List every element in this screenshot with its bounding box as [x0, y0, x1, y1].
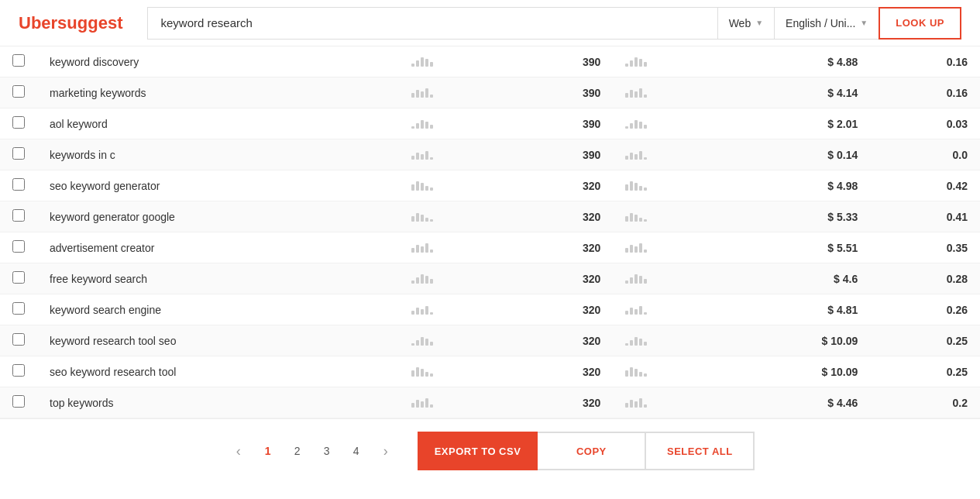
vol-cell: 320 — [511, 387, 613, 418]
trend-cell-2 — [613, 77, 724, 108]
row-checkbox-cell — [0, 356, 37, 387]
trend-chart-icon — [411, 271, 433, 284]
sd-cell: 0.25 — [870, 325, 980, 356]
page-1-button[interactable]: 1 — [255, 438, 281, 464]
trend-cell-1 — [399, 139, 511, 170]
row-checkbox-cell — [0, 139, 37, 170]
next-page-button[interactable]: › — [373, 438, 399, 464]
table-row: seo keyword generator 320 $ 4.98 0.42 — [0, 170, 980, 201]
cpc-cell: $ 4.81 — [724, 294, 870, 325]
prev-page-button[interactable]: ‹ — [225, 438, 252, 464]
vol-cell: 320 — [511, 170, 613, 201]
page-4-button[interactable]: 4 — [343, 438, 370, 464]
pagination: ‹ 1 2 3 4 › — [225, 438, 399, 464]
row-checkbox[interactable] — [12, 85, 25, 98]
trend-cell-2 — [613, 170, 724, 201]
table-row: seo keyword research tool 320 $ 10.09 0.… — [0, 356, 980, 387]
row-checkbox[interactable] — [12, 147, 25, 160]
row-checkbox[interactable] — [12, 271, 25, 284]
select-all-button[interactable]: SELECT ALL — [646, 432, 755, 470]
trend-chart-icon — [411, 54, 433, 67]
row-checkbox-cell — [0, 263, 37, 294]
trend-cell-2 — [613, 263, 724, 294]
sd-cell: 0.16 — [870, 46, 980, 77]
row-checkbox[interactable] — [12, 209, 25, 222]
trend-chart-icon — [411, 302, 433, 315]
keyword-table: keyword discovery 390 $ 4.88 0.16 market… — [0, 46, 980, 418]
vol-cell: 320 — [511, 294, 613, 325]
cpc-cell: $ 0.14 — [724, 139, 870, 170]
sd-cell: 0.28 — [870, 263, 980, 294]
keyword-cell: aol keyword — [37, 108, 399, 139]
trend-cell-1 — [399, 170, 511, 201]
cpc-cell: $ 2.01 — [724, 108, 870, 139]
table-row: aol keyword 390 $ 2.01 0.03 — [0, 108, 980, 139]
row-checkbox[interactable] — [12, 364, 25, 377]
trend-cell-1 — [399, 46, 511, 77]
trend-chart-icon — [625, 240, 647, 253]
lookup-button[interactable]: LOOK UP — [879, 7, 961, 40]
row-checkbox[interactable] — [12, 178, 25, 191]
trend-chart-icon — [625, 302, 647, 315]
row-checkbox[interactable] — [12, 302, 25, 315]
trend-cell-1 — [399, 325, 511, 356]
trend-cell-2 — [613, 46, 724, 77]
table-row: free keyword search 320 $ 4.6 0.28 — [0, 263, 980, 294]
vol-cell: 320 — [511, 232, 613, 263]
cpc-cell: $ 4.46 — [724, 387, 870, 418]
copy-button[interactable]: COPY — [538, 432, 646, 470]
trend-cell-2 — [613, 201, 724, 232]
row-checkbox-cell — [0, 325, 37, 356]
sd-cell: 0.35 — [870, 232, 980, 263]
trend-chart-icon — [411, 333, 433, 346]
row-checkbox[interactable] — [12, 333, 25, 346]
vol-cell: 390 — [511, 139, 613, 170]
keyword-cell: keyword generator google — [37, 201, 399, 232]
keyword-cell: keywords in c — [37, 139, 399, 170]
trend-cell-1 — [399, 356, 511, 387]
trend-chart-icon — [411, 85, 433, 98]
sd-cell: 0.41 — [870, 201, 980, 232]
cpc-cell: $ 4.6 — [724, 263, 870, 294]
cpc-cell: $ 5.51 — [724, 232, 870, 263]
vol-cell: 320 — [511, 201, 613, 232]
keyword-cell: keyword research tool seo — [37, 325, 399, 356]
export-csv-button[interactable]: EXPORT TO CSV — [418, 432, 538, 470]
trend-chart-icon — [625, 116, 647, 129]
table-row: keyword search engine 320 $ 4.81 0.26 — [0, 294, 980, 325]
table-row: keyword research tool seo 320 $ 10.09 0.… — [0, 325, 980, 356]
row-checkbox[interactable] — [12, 240, 25, 253]
sd-cell: 0.42 — [870, 170, 980, 201]
header: Ubersuggest Web ▼ English / Uni... ▼ LOO… — [0, 0, 980, 46]
trend-cell-2 — [613, 232, 724, 263]
chevron-down-icon: ▼ — [860, 19, 868, 27]
cpc-cell: $ 10.09 — [724, 325, 870, 356]
logo: Ubersuggest — [19, 13, 122, 33]
web-dropdown[interactable]: Web ▼ — [717, 7, 774, 40]
table-row: top keywords 320 $ 4.46 0.2 — [0, 387, 980, 418]
search-input[interactable] — [147, 7, 717, 40]
cpc-cell: $ 4.88 — [724, 46, 870, 77]
row-checkbox-cell — [0, 294, 37, 325]
row-checkbox-cell — [0, 170, 37, 201]
table-row: keyword generator google 320 $ 5.33 0.41 — [0, 201, 980, 232]
row-checkbox[interactable] — [12, 54, 25, 67]
vol-cell: 390 — [511, 77, 613, 108]
cpc-cell: $ 10.09 — [724, 356, 870, 387]
row-checkbox[interactable] — [12, 116, 25, 129]
keyword-cell: keyword search engine — [37, 294, 399, 325]
page-2-button[interactable]: 2 — [284, 438, 311, 464]
language-dropdown[interactable]: English / Uni... ▼ — [774, 7, 879, 40]
sd-cell: 0.03 — [870, 108, 980, 139]
keyword-cell: advertisement creator — [37, 232, 399, 263]
cpc-cell: $ 4.98 — [724, 170, 870, 201]
trend-cell-1 — [399, 77, 511, 108]
page-3-button[interactable]: 3 — [314, 438, 340, 464]
trend-cell-1 — [399, 294, 511, 325]
trend-chart-icon — [625, 147, 647, 160]
row-checkbox[interactable] — [12, 395, 25, 408]
row-checkbox-cell — [0, 46, 37, 77]
vol-cell: 390 — [511, 46, 613, 77]
keyword-cell: seo keyword research tool — [37, 356, 399, 387]
vol-cell: 390 — [511, 108, 613, 139]
